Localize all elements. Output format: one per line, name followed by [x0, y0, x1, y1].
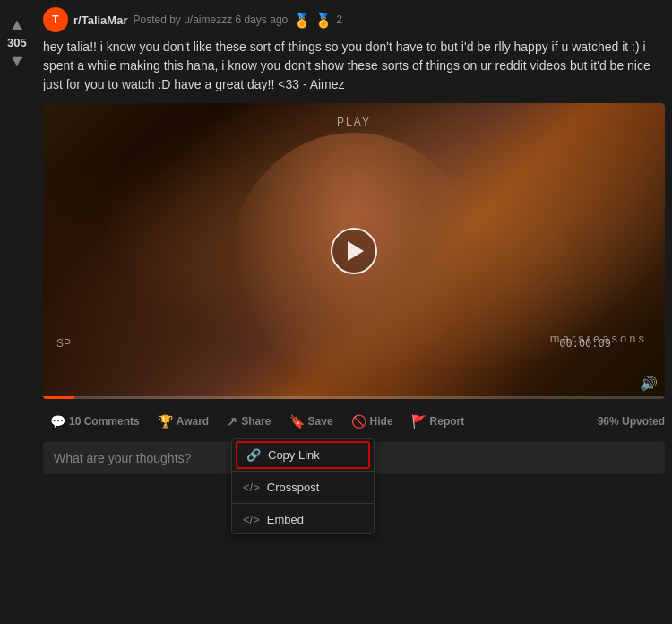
- upvote-percentage: 96% Upvoted: [598, 415, 665, 428]
- hide-icon: 🚫: [351, 414, 366, 429]
- save-icon: 🔖: [289, 414, 305, 429]
- video-play-label: PLAY: [337, 116, 371, 128]
- subreddit-avatar: T: [43, 7, 68, 32]
- report-label: Report: [430, 415, 465, 428]
- crosspost-item[interactable]: </> Crosspost: [232, 473, 374, 501]
- share-label: Share: [241, 415, 271, 428]
- play-triangle-icon: [348, 241, 364, 261]
- crosspost-label: Crosspost: [267, 481, 320, 494]
- video-progress-fill: [43, 396, 74, 399]
- video-progress-bar[interactable]: [43, 396, 665, 399]
- hide-label: Hide: [370, 415, 393, 428]
- crosspost-icon: </>: [243, 481, 260, 494]
- share-dropdown: 🔗 Copy Link </> Crosspost </> Embed: [231, 438, 375, 534]
- save-button[interactable]: 🔖 Save: [282, 410, 340, 433]
- subreddit-name[interactable]: r/TaliaMar: [73, 13, 127, 27]
- post-text: hey talia!! i know you don't like these …: [43, 38, 665, 94]
- copy-link-label: Copy Link: [268, 448, 320, 462]
- embed-item[interactable]: </> Embed: [232, 506, 374, 533]
- share-button[interactable]: ↗ Share: [220, 410, 278, 433]
- award-label: Award: [177, 415, 209, 428]
- report-button[interactable]: 🚩 Report: [404, 410, 472, 433]
- dropdown-divider-1: [232, 471, 374, 472]
- embed-label: Embed: [267, 513, 304, 526]
- award-icon-1: 🏅: [293, 12, 311, 29]
- play-button[interactable]: [331, 228, 377, 274]
- downvote-button[interactable]: ▼: [7, 51, 27, 71]
- award-icon: 🏆: [158, 414, 173, 429]
- post-meta: Posted by u/aimezzz 6 days ago: [133, 13, 288, 26]
- copy-link-icon: 🔗: [246, 448, 261, 462]
- video-timestamp: 00:00:09: [559, 337, 611, 350]
- time-ago: 6 days ago: [236, 13, 289, 26]
- video-sp-label: SP: [56, 337, 71, 350]
- upvote-button[interactable]: ▲: [7, 14, 27, 34]
- report-icon: 🚩: [411, 414, 426, 429]
- post-icons: 🏅 🏅 2: [293, 12, 342, 29]
- save-label: Save: [308, 415, 333, 428]
- post-header: T r/TaliaMar Posted by u/aimezzz 6 days …: [43, 7, 665, 32]
- copy-link-item[interactable]: 🔗 Copy Link: [236, 441, 370, 469]
- post-container: ▲ 305 ▼ T r/TaliaMar Posted by u/aimezzz…: [0, 0, 672, 481]
- vote-section: ▲ 305 ▼: [7, 14, 27, 71]
- award-count: 2: [336, 13, 342, 26]
- embed-icon: </>: [243, 513, 260, 526]
- comments-label: 10 Comments: [69, 415, 140, 428]
- dropdown-divider-2: [232, 503, 374, 504]
- video-player[interactable]: PLAY marsreasons SP 00:00:09 🔊: [43, 103, 665, 399]
- volume-icon[interactable]: 🔊: [640, 375, 658, 392]
- post-content: T r/TaliaMar Posted by u/aimezzz 6 days …: [43, 7, 665, 474]
- vote-count: 305: [7, 36, 27, 49]
- action-bar: 💬 10 Comments 🏆 Award ↗ Share 🔖 Save 🚫 H…: [43, 406, 665, 437]
- posted-by: Posted by u/aimezzz: [133, 13, 232, 26]
- share-icon: ↗: [227, 414, 237, 429]
- comment-placeholder: What are your thoughts?: [54, 451, 191, 465]
- comment-icon: 💬: [50, 414, 65, 429]
- hide-button[interactable]: 🚫 Hide: [344, 410, 401, 433]
- comments-button[interactable]: 💬 10 Comments: [43, 410, 147, 433]
- award-button[interactable]: 🏆 Award: [151, 410, 216, 433]
- award-icon-2: 🏅: [314, 12, 332, 29]
